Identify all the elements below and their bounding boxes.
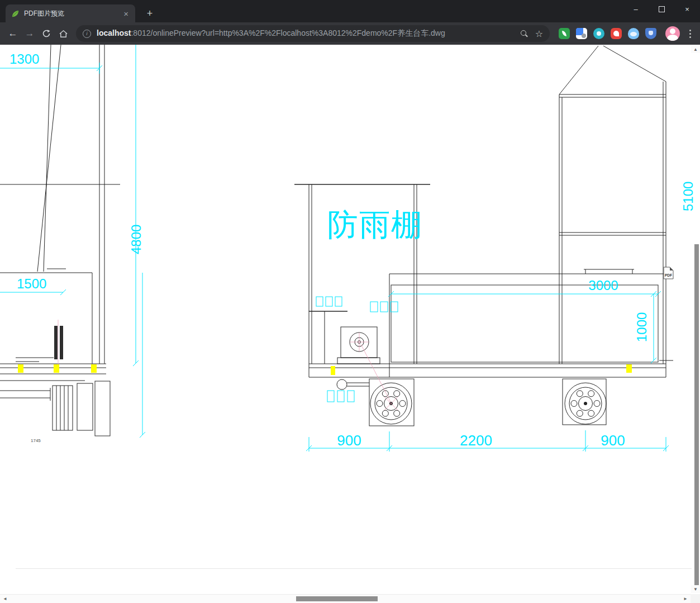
maximize-button[interactable] [649,0,674,18]
url-host: localhost [97,29,131,37]
dim-small: 1745 [31,438,41,443]
forward-button[interactable]: → [21,25,38,42]
page-boundary-line [16,568,692,569]
dimension-lines [0,45,669,452]
magnifier-glyph [521,30,526,36]
maximize-icon [659,6,665,12]
window-controls: – × [623,0,700,18]
dim-5100: 5100 [680,182,696,211]
home-button[interactable] [55,25,72,42]
dim-1500: 1500 [17,276,46,291]
page-content: 1300 4800 1500 3000 1000 5100 900 2200 9… [0,45,700,603]
minimize-button[interactable]: – [623,0,649,18]
pdf-badge[interactable]: PDF [664,267,673,279]
url-path: :8012/onlinePreview?url=http%3A%2F%2Floc… [131,29,445,37]
scroll-down-arrow[interactable]: ▼ [691,585,700,593]
address-bar[interactable]: i localhost:8012/onlinePreview?url=http%… [76,25,550,42]
scroll-right-arrow[interactable]: ► [681,595,690,602]
menu-kebab-icon[interactable] [684,27,696,40]
highlight-marks [18,364,632,375]
page-info-icon[interactable]: i [83,30,91,38]
horizontal-scrollbar-thumb[interactable] [296,596,378,601]
tab-close-icon[interactable]: × [122,10,130,18]
shelter-label: 防雨棚 [327,207,423,242]
browser-tab[interactable]: PDF图片预览 × [6,4,135,22]
tab-bar: PDF图片预览 × + – × [0,0,700,22]
left-elevation [0,45,120,436]
dim-1300: 1300 [9,51,39,67]
dim-4800: 4800 [128,225,144,254]
spring-leaf-favicon [11,10,20,18]
extension-icon-teal-circle[interactable] [593,28,604,39]
browser-window: PDF图片预览 × + – × ← → i localhost:8012/onl… [0,0,700,603]
new-tab-button[interactable]: + [143,7,156,20]
reload-button[interactable] [38,25,55,42]
dim-900-right: 900 [601,432,625,449]
browser-toolbar: ← → i localhost:8012/onlinePreview?url=h… [0,22,700,45]
scrollbar-corner [691,594,700,603]
zoom-icon[interactable] [518,28,530,39]
vertical-scrollbar-thumb[interactable] [694,244,699,587]
scroll-left-arrow[interactable]: ◄ [1,595,9,602]
dim-1000: 1000 [634,312,649,342]
extension-icon-shield[interactable] [645,28,656,39]
dim-2200: 2200 [460,432,492,449]
close-button[interactable]: × [674,0,700,18]
url-text: localhost:8012/onlinePreview?url=http%3A… [97,29,514,39]
centerlines [58,320,398,410]
dim-3000: 3000 [588,278,618,293]
scroll-up-arrow[interactable]: ▲ [691,45,700,53]
back-button[interactable]: ← [4,25,21,42]
profile-avatar[interactable] [665,26,680,41]
extension-icon-red[interactable] [611,28,622,39]
extensions-row [559,28,656,39]
wheel-rear [565,383,606,424]
extension-icon-green[interactable] [559,28,570,39]
tab-title: PDF图片预览 [24,9,122,18]
reload-icon [42,29,51,38]
extension-icon-cloud[interactable] [628,28,639,39]
extension-icon-translate[interactable] [576,28,587,39]
pdf-badge-label: PDF [665,273,672,277]
dim-900-left: 900 [337,432,361,449]
bookmark-star-icon[interactable]: ☆ [535,29,543,39]
cad-drawing: 1300 4800 1500 3000 1000 5100 900 2200 9… [0,45,700,603]
home-icon [59,29,68,39]
